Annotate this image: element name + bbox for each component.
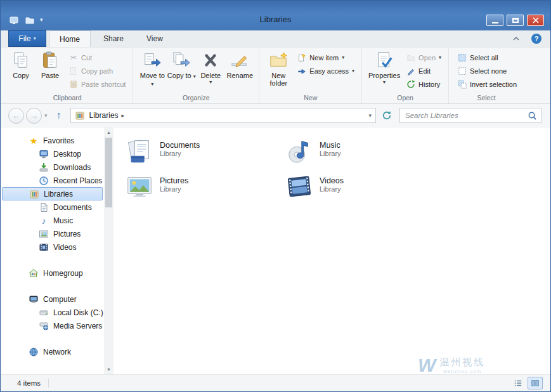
edit-label: Edit: [418, 67, 431, 75]
ribbon-group-organize: Move to ▾ Copy to ▾ Delete ▾: [133, 48, 259, 103]
sidebar-item-downloads[interactable]: Downloads: [1, 160, 113, 174]
breadcrumb-segment-libraries[interactable]: Libraries: [89, 111, 119, 120]
tab-home[interactable]: Home: [49, 30, 91, 47]
library-item-music[interactable]: Music Library: [285, 136, 437, 172]
scroll-down-button[interactable]: ▼: [104, 365, 113, 374]
maximize-button[interactable]: [507, 15, 524, 26]
pictures-icon: [39, 229, 49, 239]
sidebar-scrollbar[interactable]: ▲ ▼: [104, 127, 113, 374]
move-to-caret-icon: ▾: [151, 81, 153, 87]
invert-selection-button[interactable]: Invert selection: [455, 78, 519, 90]
select-none-button[interactable]: Select none: [455, 65, 519, 77]
copy-path-button[interactable]: Copy path: [67, 65, 128, 77]
sidebar-label: Local Disk (C:): [53, 308, 103, 317]
minimize-button[interactable]: [486, 15, 503, 26]
select-none-label: Select none: [470, 67, 507, 75]
delete-icon: [201, 51, 220, 70]
scroll-up-button[interactable]: ▲: [104, 127, 113, 137]
library-item-pictures[interactable]: Pictures Library: [125, 172, 277, 207]
new-folder-label: New folder: [264, 72, 293, 87]
help-button[interactable]: ?: [531, 34, 541, 44]
view-buttons: [510, 377, 543, 389]
ribbon-group-select: Select all Select none Invert selection: [449, 48, 524, 103]
file-menu-button[interactable]: File ▾: [8, 30, 46, 47]
scrollbar-thumb[interactable]: [105, 138, 112, 207]
rename-label: Rename: [227, 72, 254, 79]
copy-label: Copy: [13, 72, 29, 79]
view-details-button[interactable]: [510, 377, 526, 389]
documents-icon: [39, 202, 49, 212]
copy-to-button[interactable]: Copy to ▾: [167, 49, 196, 81]
select-all-button[interactable]: Select all: [455, 51, 519, 63]
ribbon-tabstrip: File ▾ Home Share View ?: [1, 30, 550, 48]
media-servers-icon: [39, 321, 49, 331]
sidebar-item-media-servers[interactable]: Media Servers: [1, 319, 113, 332]
recent-locations-dropdown[interactable]: ▾: [44, 112, 48, 119]
up-one-level-button[interactable]: ↑: [51, 108, 67, 123]
close-icon: [533, 17, 539, 23]
sidebar-label: Network: [43, 348, 71, 356]
refresh-button[interactable]: [379, 108, 394, 123]
easy-access-button[interactable]: Easy access ▾: [295, 65, 357, 77]
sidebar-item-computer[interactable]: Computer: [1, 292, 113, 306]
cut-icon: ✂: [69, 53, 78, 62]
search-input[interactable]: [404, 111, 528, 120]
paste-button[interactable]: Paste: [36, 49, 65, 79]
new-folder-button[interactable]: New folder: [264, 49, 293, 87]
library-item-videos[interactable]: Videos Library: [285, 172, 437, 207]
sidebar-label: Desktop: [53, 150, 81, 159]
sidebar-item-libraries[interactable]: Libraries: [2, 187, 103, 200]
sidebar-item-local-disk-c[interactable]: Local Disk (C:): [1, 306, 113, 319]
search-icon[interactable]: [528, 111, 537, 121]
properties-button[interactable]: Properties ▾: [366, 49, 402, 84]
refresh-icon: [382, 110, 392, 121]
sidebar-item-pictures[interactable]: Pictures: [1, 227, 113, 240]
cut-button[interactable]: ✂ Cut: [67, 51, 128, 63]
address-dropdown-button[interactable]: ▾: [368, 112, 372, 119]
copy-button[interactable]: Copy: [6, 49, 36, 79]
cut-label: Cut: [81, 54, 92, 62]
chevron-up-icon: [513, 37, 519, 41]
delete-button[interactable]: Delete ▾: [196, 49, 225, 84]
forward-button[interactable]: →: [26, 108, 42, 124]
ribbon-group-new: New folder New item ▾ Easy acce: [259, 48, 362, 103]
copy-to-caret-icon: ▾: [193, 74, 196, 79]
status-bar: 4 items: [1, 374, 550, 391]
invert-selection-label: Invert selection: [470, 81, 517, 88]
sidebar-item-documents[interactable]: Documents: [1, 200, 113, 214]
edit-button[interactable]: Edit: [404, 65, 444, 77]
library-item-documents[interactable]: Documents Library: [125, 136, 277, 172]
sidebar-item-homegroup[interactable]: Homegroup: [1, 266, 113, 280]
sidebar-item-favorites[interactable]: ★ Favorites: [1, 134, 113, 147]
back-button[interactable]: ←: [8, 108, 24, 124]
breadcrumb[interactable]: Libraries ▸ ▾: [70, 108, 376, 123]
sidebar-item-videos[interactable]: Videos: [1, 240, 113, 254]
history-button[interactable]: History: [404, 78, 444, 90]
sidebar-item-music[interactable]: ♪ Music: [1, 214, 113, 227]
caption-buttons: [486, 15, 544, 26]
copy-to-icon: [172, 51, 191, 70]
tab-view[interactable]: View: [136, 30, 173, 47]
delete-caret-icon: ▾: [209, 80, 212, 84]
view-thumbnails-button[interactable]: [528, 377, 543, 389]
paste-shortcut-button[interactable]: Paste shortcut: [67, 78, 128, 90]
breadcrumb-arrow-icon[interactable]: ▸: [122, 112, 125, 119]
new-item-button[interactable]: New item ▾: [295, 51, 357, 63]
network-icon: [29, 347, 39, 357]
tabstrip-right: ?: [511, 30, 550, 47]
sidebar-item-network[interactable]: Network: [1, 345, 113, 358]
sidebar-item-recent-places[interactable]: Recent Places: [1, 174, 113, 187]
documents-library-icon: [125, 136, 154, 166]
minimize-ribbon-button[interactable]: [511, 34, 521, 43]
favorites-star-icon: ★: [29, 136, 39, 146]
move-to-button[interactable]: Move to ▾: [138, 49, 167, 88]
tab-share[interactable]: Share: [93, 30, 134, 47]
close-button[interactable]: [527, 15, 544, 26]
clipboard-group-label: Clipboard: [2, 94, 133, 101]
library-name: Documents: [160, 141, 200, 150]
sidebar-label: Music: [53, 216, 73, 225]
open-button[interactable]: Open ▾: [404, 51, 444, 63]
sidebar-item-desktop[interactable]: Desktop: [1, 147, 113, 160]
forward-icon: →: [30, 111, 38, 121]
rename-button[interactable]: Rename: [225, 49, 254, 79]
